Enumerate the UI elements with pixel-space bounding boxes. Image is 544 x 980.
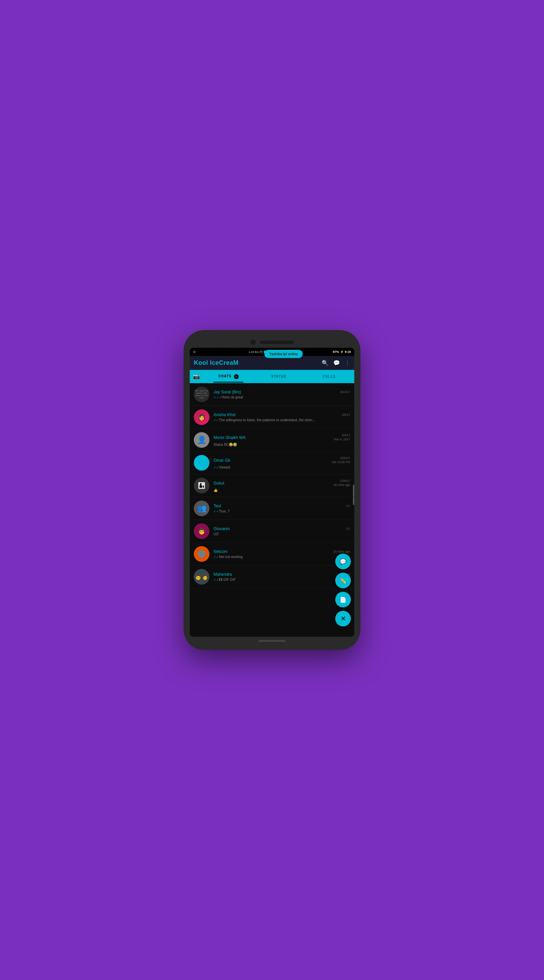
avatar-jay: But I guess we always want what we can't…: [194, 387, 209, 402]
tab-chats[interactable]: CHATS 3: [203, 371, 254, 382]
chat-item-test[interactable]: 👥 Test /17 ✓✓True..?: [190, 497, 354, 520]
check-marks-omar: ✓✓: [214, 466, 219, 469]
check-marks-test: ✓✓: [214, 510, 219, 513]
tab-chats-label: CHATS: [218, 374, 232, 378]
chat-name-monis: Monis Shaikh WA: [214, 435, 246, 440]
chat-time-netcom: 20 mins ago: [333, 550, 350, 553]
chat-time-test: /17: [346, 504, 350, 508]
tab-status-label: STATUS: [271, 375, 287, 379]
check-marks-mahendra: ✓✓: [214, 578, 219, 582]
chat-item-monis[interactable]: 👤 Monis Shaikh WA 3/3/17Mar 4, 2017 Stat…: [190, 429, 354, 452]
chat-content-test: Test /17 ✓✓True..?: [214, 504, 350, 513]
earpiece-speaker: [260, 340, 294, 344]
avatar-mahendra: 👨‍👩: [194, 569, 209, 585]
chat-preview-gokul: 👍: [214, 488, 350, 492]
online-tooltip: Yashika lpl online: [264, 350, 303, 358]
check-marks-netcom: ✓✓: [214, 555, 219, 559]
charging-icon: ⚡: [340, 350, 344, 353]
home-bar: [259, 640, 285, 642]
chat-time-gokul: 2/26/1730 mins ago: [333, 479, 350, 487]
clock: 9:19: [345, 350, 351, 353]
chats-badge: 3: [234, 374, 239, 379]
chat-content-monis: Monis Shaikh WA 3/3/17Mar 4, 2017 Status…: [214, 434, 350, 446]
app-title: Kool IceCreaM: [194, 360, 239, 366]
chat-time-omar: 2/26/17Sat 10:55 PM: [331, 456, 350, 464]
tabs-bar: 📷 CHATS 3 STATUS CALLS: [190, 370, 354, 383]
chat-item-gokul[interactable]: 👨‍👦 Gokul 2/26/1730 mins ago 👍: [190, 474, 354, 497]
chat-name-anisha: Anisha Khot: [214, 412, 236, 417]
chat-preview-giovanni: U2!: [214, 532, 350, 536]
avatar-gokul: 👨‍👦: [194, 478, 209, 493]
chat-content-anisha: Anisha Khot 3/8/17 ✓✓The willingness to …: [214, 412, 350, 422]
vibrate-icon: 📳: [259, 350, 263, 353]
avatar-omar: [194, 455, 209, 471]
chat-content-netcom: Netcom 20 mins ago ✓✓Net not working: [214, 549, 350, 559]
phone-screen: ⊙ 1.22 K/s 📳 VoLTE ▲ ▌▌ 97% ⚡ 9:19 Yashi…: [190, 348, 354, 637]
chat-time-jay: 3/13/17: [340, 390, 350, 394]
tab-status[interactable]: STATUS: [254, 371, 304, 382]
chat-item-mahendra[interactable]: 👨‍👩 Mahendra /6 ✓✓🎞 GIF GIF: [190, 566, 354, 588]
camera-tab-icon[interactable]: 📷: [190, 370, 203, 383]
chat-preview-mahendra: ✓✓🎞 GIF GIF: [214, 578, 350, 582]
chat-name-mahendra: Mahendra: [214, 572, 232, 577]
status-left: ⊙: [193, 350, 196, 353]
avatar-anisha: 👩: [194, 409, 209, 425]
chat-content-jay: Jay Surat (Bro) 3/13/17 ✓✓✓Hmm ok great: [214, 390, 350, 399]
chat-item-omar[interactable]: Omar Gb 2/26/17Sat 10:55 PM ✓✓Viewed: [190, 452, 354, 474]
avatar-monis: 👤: [194, 432, 209, 448]
avatar-giovanni: 👨: [194, 523, 209, 539]
chat-list: But I guess we always want what we can't…: [190, 383, 354, 637]
chat-content-giovanni: Giovanni /17 U2!: [214, 527, 350, 536]
tab-calls[interactable]: CALLS: [304, 371, 354, 382]
chat-name-netcom: Netcom: [214, 549, 227, 554]
chat-content-mahendra: Mahendra /6 ✓✓🎞 GIF GIF: [214, 572, 350, 582]
chat-preview-test: ✓✓True..?: [214, 509, 350, 513]
chat-time-giovanni: /17: [346, 527, 350, 530]
chat-name-gokul: Gokul: [214, 481, 224, 485]
chat-preview-anisha: ✓✓The willingness to listen, the patienc…: [214, 418, 350, 422]
chat-item-jay[interactable]: But I guess we always want what we can't…: [190, 383, 354, 406]
avatar-test: 👥: [194, 501, 209, 516]
more-options-icon[interactable]: ⋮: [345, 360, 350, 366]
avatar-netcom: 🌐: [194, 546, 209, 562]
chat-content-gokul: Gokul 2/26/1730 mins ago 👍: [214, 479, 350, 492]
chat-item-giovanni[interactable]: 👨 Giovanni /17 U2!: [190, 520, 354, 543]
header-icons: 🔍 💬 ⋮: [322, 360, 350, 366]
chat-time-monis: 3/3/17Mar 4, 2017: [334, 434, 350, 441]
tab-calls-label: CALLS: [323, 375, 336, 379]
chat-item-netcom[interactable]: 🌐 Netcom 20 mins ago ✓✓Net not working: [190, 543, 354, 566]
chat-name-test: Test: [214, 504, 221, 508]
search-icon[interactable]: 🔍: [322, 360, 328, 366]
signal-speed: 1.22 K/s: [249, 350, 259, 353]
fab-document[interactable]: 📄: [335, 592, 351, 608]
check-marks-jay: ✓✓✓: [214, 396, 222, 399]
battery-level: 97%: [333, 350, 339, 353]
fab-edit[interactable]: ✏️: [335, 573, 351, 588]
fab-close[interactable]: ✕: [335, 611, 351, 627]
fab-container: 💬 ✏️ 📄 ✕: [335, 554, 351, 627]
chat-icon[interactable]: 💬: [333, 360, 340, 366]
chat-name-jay: Jay Surat (Bro): [214, 390, 241, 395]
check-marks-anisha: ✓✓: [214, 418, 219, 422]
whatsapp-status-icon: ⊙: [193, 350, 196, 353]
phone-top-bar: [190, 336, 354, 348]
chat-item-anisha[interactable]: 👩 Anisha Khot 3/8/17 ✓✓The willingness t…: [190, 406, 354, 429]
chat-preview-omar: ✓✓Viewed: [214, 466, 350, 469]
chat-preview-jay: ✓✓✓Hmm ok great: [214, 395, 350, 399]
app-header: Yashika lpl online Kool IceCreaM 🔍 💬 ⋮: [190, 356, 354, 370]
chat-preview-monis: Status BC😂🤣: [214, 443, 350, 447]
chat-name-giovanni: Giovanni: [214, 527, 230, 531]
chat-time-anisha: 3/8/17: [342, 413, 350, 417]
chat-content-omar: Omar Gb 2/26/17Sat 10:55 PM ✓✓Viewed: [214, 456, 350, 469]
avatar-jay-text: But I guess we always want what we can't…: [195, 390, 208, 399]
phone-device: ⊙ 1.22 K/s 📳 VoLTE ▲ ▌▌ 97% ⚡ 9:19 Yashi…: [184, 330, 360, 650]
chat-preview-netcom: ✓✓Net not working: [214, 555, 350, 559]
front-camera: [250, 340, 256, 345]
chat-name-omar: Omar Gb: [214, 458, 230, 463]
fab-chat[interactable]: 💬: [335, 554, 351, 569]
status-right: 97% ⚡ 9:19: [333, 350, 351, 353]
